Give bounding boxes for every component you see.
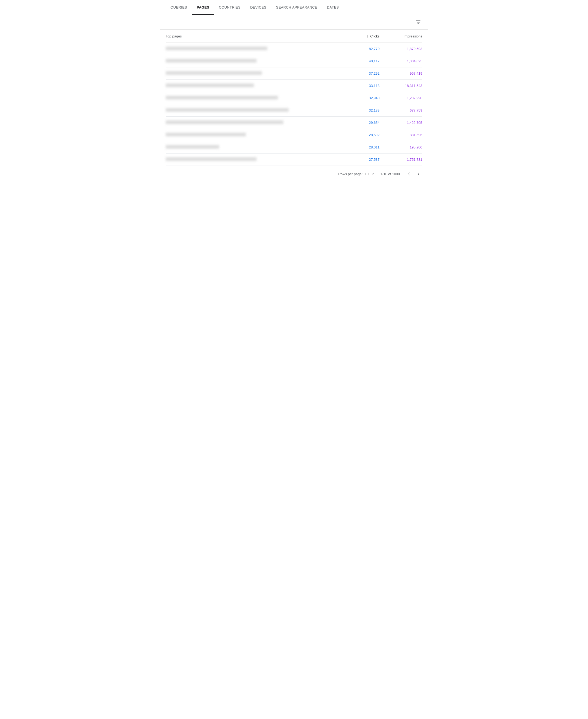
table-row: 37,292 967,419 xyxy=(166,67,422,80)
pagination-bar: Rows per page: 10 1-10 of 1000 xyxy=(160,166,428,182)
cell-clicks: 32,183 xyxy=(337,108,380,112)
header-clicks[interactable]: ↓ Clicks xyxy=(337,34,380,38)
cell-url xyxy=(166,83,337,88)
prev-page-button[interactable] xyxy=(405,170,413,178)
cell-impressions: 1,304,025 xyxy=(380,59,422,63)
cell-clicks: 37,292 xyxy=(337,72,380,76)
table-header-row: Top pages ↓ Clicks Impressions xyxy=(166,30,422,43)
rows-per-page-control: Rows per page: 10 xyxy=(338,172,375,176)
table-row: 32,183 677,759 xyxy=(166,104,422,117)
cell-url xyxy=(166,46,337,51)
tab-search-appearance[interactable]: SEARCH APPEARANCE xyxy=(271,0,322,15)
cell-url xyxy=(166,145,337,149)
cell-impressions: 1,232,990 xyxy=(380,96,422,100)
tab-devices[interactable]: DEVICES xyxy=(245,0,271,15)
table-row: 28,592 881,596 xyxy=(166,129,422,141)
sort-arrow-icon: ↓ xyxy=(367,34,369,38)
rows-per-page-label: Rows per page: xyxy=(338,172,362,176)
table-row: 29,654 1,422,705 xyxy=(166,117,422,129)
cell-impressions: 1,870,593 xyxy=(380,47,422,51)
cell-url xyxy=(166,157,337,162)
cell-url xyxy=(166,120,337,125)
cell-clicks: 28,592 xyxy=(337,133,380,137)
cell-url xyxy=(166,133,337,137)
cell-url xyxy=(166,108,337,113)
cell-clicks: 29,654 xyxy=(337,121,380,125)
cell-url xyxy=(166,96,337,100)
next-page-button[interactable] xyxy=(415,170,422,178)
header-page: Top pages xyxy=(166,34,337,38)
cell-clicks: 27,537 xyxy=(337,158,380,162)
cell-impressions: 1,751,731 xyxy=(380,158,422,162)
rows-dropdown[interactable] xyxy=(371,172,375,176)
page-navigation xyxy=(405,170,422,178)
cell-impressions: 967,419 xyxy=(380,72,422,76)
table-row: 32,940 1,232,990 xyxy=(166,92,422,104)
page-info: 1-10 of 1000 xyxy=(380,172,400,176)
cell-impressions: 195,200 xyxy=(380,145,422,149)
tabs-bar: QUERIES PAGES COUNTRIES DEVICES SEARCH A… xyxy=(160,0,428,15)
cell-clicks: 82,770 xyxy=(337,47,380,51)
cell-url xyxy=(166,59,337,63)
tab-countries[interactable]: COUNTRIES xyxy=(214,0,245,15)
cell-impressions: 18,311,543 xyxy=(380,84,422,88)
cell-clicks: 33,113 xyxy=(337,84,380,88)
cell-clicks: 28,011 xyxy=(337,145,380,149)
header-impressions[interactable]: Impressions xyxy=(380,34,422,38)
table-row: 40,117 1,304,025 xyxy=(166,55,422,67)
filter-bar xyxy=(160,15,428,30)
cell-impressions: 1,422,705 xyxy=(380,121,422,125)
tab-pages[interactable]: PAGES xyxy=(192,0,214,15)
cell-impressions: 677,759 xyxy=(380,108,422,112)
filter-button[interactable] xyxy=(414,18,422,26)
table-row: 33,113 18,311,543 xyxy=(166,80,422,92)
table-row: 28,011 195,200 xyxy=(166,141,422,154)
rows-value: 10 xyxy=(365,172,369,176)
cell-url xyxy=(166,71,337,76)
tab-queries[interactable]: QUERIES xyxy=(166,0,192,15)
tab-dates[interactable]: DATES xyxy=(322,0,344,15)
cell-clicks: 32,940 xyxy=(337,96,380,100)
cell-impressions: 881,596 xyxy=(380,133,422,137)
table-row: 27,537 1,751,731 xyxy=(166,154,422,166)
data-table: Top pages ↓ Clicks Impressions 82,770 1,… xyxy=(160,30,428,166)
table-row: 82,770 1,870,593 xyxy=(166,43,422,55)
cell-clicks: 40,117 xyxy=(337,59,380,63)
